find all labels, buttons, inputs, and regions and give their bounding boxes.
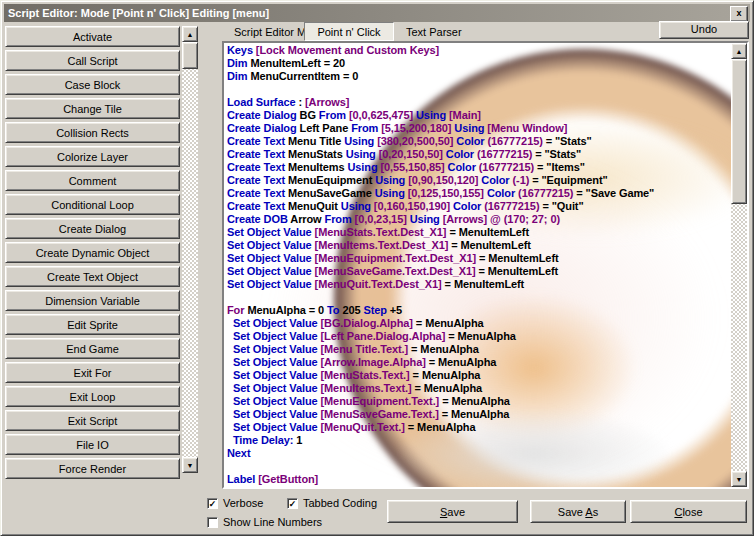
- code-line: Set Object Value [Menu Title.Text.] = Me…: [227, 343, 731, 356]
- sidebar-button[interactable]: Exit Loop: [5, 386, 180, 407]
- code-line: Label [GetButton]: [227, 473, 731, 486]
- sidebar-button[interactable]: Create Dynamic Object: [5, 242, 180, 263]
- script-editor-window: Script Editor: Mode [Point n' Click] Edi…: [0, 0, 754, 536]
- code-line: Create Text MenuStats Using [0,20,150,50…: [227, 148, 731, 161]
- code-line: Set Object Value [Left Pane.Dialog.Alpha…: [227, 330, 731, 343]
- sidebar-button[interactable]: Call Script: [5, 50, 180, 71]
- scroll-up-icon[interactable]: ▲: [731, 43, 747, 59]
- sidebar-button[interactable]: Exit For: [5, 362, 180, 383]
- code-line: Create Text Menu Title Using [380,20,500…: [227, 135, 731, 148]
- code-line: Create Text MenuItems Using [0,55,150,85…: [227, 161, 731, 174]
- code-line: Load Surface : [Arrows]: [227, 96, 731, 109]
- save-as-button[interactable]: Save As: [530, 500, 626, 523]
- code-line: Set Object Value [MenuSaveGame.Text.] = …: [227, 408, 731, 421]
- code-panel: Keys [Lock Movement and Custom Keys]Dim …: [222, 41, 749, 489]
- show-line-numbers-label: Show Line Numbers: [223, 516, 322, 528]
- code-line: Dim MenuItemLeft = 20: [227, 57, 731, 70]
- code-line: Set Object Value [MenuEquipment.Text.Des…: [227, 252, 731, 265]
- code-line: Dim MenuCurrentItem = 0: [227, 70, 731, 83]
- code-line: [227, 291, 731, 304]
- code-editor[interactable]: Keys [Lock Movement and Custom Keys]Dim …: [224, 43, 731, 487]
- code-line: Create Text MenuSaveGame Using [0,125,15…: [227, 187, 731, 200]
- sidebar-button[interactable]: Change Tile: [5, 98, 180, 119]
- tabbed-coding-checkbox[interactable]: ✓ Tabbed Coding: [287, 497, 377, 509]
- undo-button[interactable]: Undo: [659, 21, 749, 39]
- scroll-down-icon[interactable]: ▼: [182, 457, 198, 473]
- show-line-numbers-checkbox[interactable]: Show Line Numbers: [207, 516, 322, 528]
- sidebar-button[interactable]: Case Block: [5, 74, 180, 95]
- code-line: Set Object Value [MenuStats.Text.Dest_X1…: [227, 226, 731, 239]
- verbose-label: Verbose: [223, 497, 263, 509]
- code-line: Set Object Value [MenuStats.Text.] = Men…: [227, 369, 731, 382]
- scroll-down-icon[interactable]: ▼: [731, 471, 747, 487]
- code-line: Keys [Lock Movement and Custom Keys]: [227, 44, 731, 57]
- code-line: [227, 460, 731, 473]
- scroll-up-icon[interactable]: ▲: [182, 26, 198, 42]
- code-line: Set Object Value [MenuEquipment.Text.] =…: [227, 395, 731, 408]
- close-button[interactable]: Close: [630, 500, 747, 523]
- code-line: [227, 83, 731, 96]
- code-line: Set Object Value [MenuQuit.Text.Dest_X1]…: [227, 278, 731, 291]
- code-line: Set Object Value [MenuItems.Text.] = Men…: [227, 382, 731, 395]
- code-line: Set Object Value [Arrow.Image.Alpha] = M…: [227, 356, 731, 369]
- code-line: Create Text MenuQuit Using [0,160,150,19…: [227, 200, 731, 213]
- close-icon[interactable]: x: [730, 6, 748, 22]
- sidebar-button[interactable]: Exit Script: [5, 410, 180, 431]
- window-title: Script Editor: Mode [Point n' Click] Edi…: [4, 7, 269, 19]
- sidebar-button[interactable]: Create Text Object: [5, 266, 180, 287]
- code-line: Set Object Value [MenuSaveGame.Text.Dest…: [227, 265, 731, 278]
- checkbox-icon[interactable]: ✓: [207, 498, 218, 509]
- title-bar[interactable]: Script Editor: Mode [Point n' Click] Edi…: [4, 4, 750, 22]
- sidebar-button[interactable]: End Game: [5, 338, 180, 359]
- code-scrollbar-thumb[interactable]: [731, 59, 747, 204]
- code-line: Create Dialog BG From [0,0,625,475] Usin…: [227, 109, 731, 122]
- sidebar-button[interactable]: Create Dialog: [5, 218, 180, 239]
- verbose-checkbox[interactable]: ✓ Verbose: [207, 497, 263, 509]
- sidebar-button[interactable]: Collision Rects: [5, 122, 180, 143]
- sidebar-button[interactable]: Activate: [5, 26, 180, 47]
- code-line: For MenuAlpha = 0 To 205 Step +5: [227, 304, 731, 317]
- code-line: Time Delay: 1: [227, 434, 731, 447]
- checkbox-icon[interactable]: [207, 517, 218, 528]
- sidebar-button[interactable]: Colorize Layer: [5, 146, 180, 167]
- sidebar-button[interactable]: Dimension Variable: [5, 290, 180, 311]
- sidebar-scrollbar[interactable]: ▲ ▼: [182, 26, 198, 473]
- code-line: Create DOB Arrow From [0,0,23,15] Using …: [227, 213, 731, 226]
- tab-point-n-click[interactable]: Point n' Click: [304, 22, 394, 41]
- code-line: Create Text MenuEquipment Using [0,90,15…: [227, 174, 731, 187]
- checkbox-icon[interactable]: ✓: [287, 498, 298, 509]
- code-line: Create Dialog Left Pane From [5,15,200,1…: [227, 122, 731, 135]
- code-line: Set Object Value [MenuItems.Text.Dest_X1…: [227, 239, 731, 252]
- sidebar-button[interactable]: Edit Sprite: [5, 314, 180, 335]
- code-scrollbar[interactable]: ▲ ▼: [731, 43, 747, 487]
- sidebar-scrollbar-thumb[interactable]: [182, 42, 198, 69]
- tab-text-parser[interactable]: Text Parser: [406, 26, 462, 38]
- code-line: Next: [227, 447, 731, 460]
- sidebar-button[interactable]: File IO: [5, 434, 180, 455]
- sidebar-button[interactable]: Conditional Loop: [5, 194, 180, 215]
- code-line: Set Object Value [MenuQuit.Text.] = Menu…: [227, 421, 731, 434]
- code-line: Set Object Value [BG.Dialog.Alpha] = Men…: [227, 317, 731, 330]
- sidebar-scrollbar-track[interactable]: [182, 42, 198, 457]
- sidebar-button[interactable]: Comment: [5, 170, 180, 191]
- sidebar-button[interactable]: Force Render: [5, 458, 180, 479]
- tabbed-coding-label: Tabbed Coding: [303, 497, 377, 509]
- save-button[interactable]: Save: [387, 500, 518, 523]
- sidebar-buttons: ActivateCall ScriptCase BlockChange Tile…: [5, 26, 180, 482]
